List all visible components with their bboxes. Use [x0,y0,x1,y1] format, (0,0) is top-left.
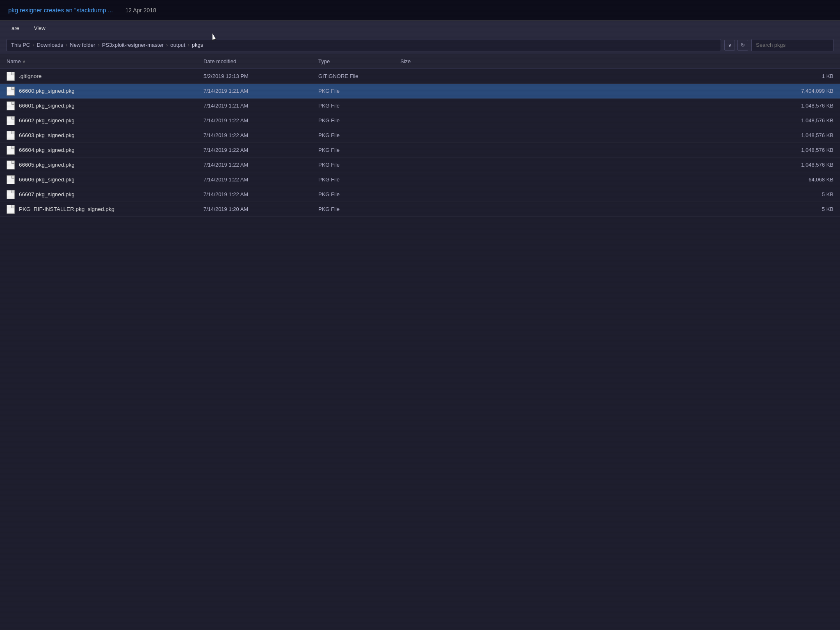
file-size: 1,048,576 KB [400,162,833,168]
column-header-name[interactable]: Name ∧ [7,58,203,64]
file-size: 1,048,576 KB [400,117,833,124]
breadcrumb-sep-2: › [66,42,67,48]
file-name: 66603.pkg_signed.pkg [19,132,199,138]
file-type: PKG File [318,147,400,153]
table-row[interactable]: .gitignore 5/2/2019 12:13 PM GITIGNORE F… [0,69,840,84]
notification-bar: pkg resigner creates an "stackdump ... 1… [0,0,840,21]
file-name: 66606.pkg_signed.pkg [19,176,199,183]
file-date: 7/14/2019 1:22 AM [203,176,318,183]
dropdown-button[interactable]: ∨ [724,40,735,50]
file-type: GITIGNORE File [318,73,400,79]
table-row[interactable]: PKG_RIF-INSTALLER.pkg_signed.pkg 7/14/20… [0,202,840,217]
file-name: 66604.pkg_signed.pkg [19,147,199,153]
menu-item-are[interactable]: are [8,23,23,33]
file-date: 7/14/2019 1:21 AM [203,103,318,109]
file-type: PKG File [318,117,400,124]
file-date: 5/2/2019 12:13 PM [203,73,318,79]
menu-bar: are View [0,21,840,36]
table-row[interactable]: 66602.pkg_signed.pkg 7/14/2019 1:22 AM P… [0,113,840,128]
file-size: 5 KB [400,191,833,197]
notification-date: 12 Apr 2018 [125,7,156,14]
file-date: 7/14/2019 1:21 AM [203,88,318,94]
column-header-type[interactable]: Type [318,58,400,64]
file-icon [7,146,15,155]
breadcrumb-sep-3: › [98,42,99,48]
file-icon [7,87,15,96]
breadcrumb-sep-1: › [32,42,34,48]
breadcrumb-sep-5: › [188,42,189,48]
table-row[interactable]: 66600.pkg_signed.pkg 7/14/2019 1:21 AM P… [0,84,840,99]
breadcrumb-new-folder[interactable]: New folder [70,42,95,48]
file-icon [7,190,15,199]
column-header-size[interactable]: Size [400,58,833,64]
table-row[interactable]: 66601.pkg_signed.pkg 7/14/2019 1:21 AM P… [0,99,840,113]
file-type: PKG File [318,132,400,138]
file-name: 66602.pkg_signed.pkg [19,117,199,124]
file-type: PKG File [318,191,400,197]
file-name: 66605.pkg_signed.pkg [19,162,199,168]
table-row[interactable]: 66605.pkg_signed.pkg 7/14/2019 1:22 AM P… [0,158,840,172]
breadcrumb-ps3xploit[interactable]: PS3xploit-resigner-master [102,42,164,48]
breadcrumb-pkgs: pkgs [192,42,203,48]
breadcrumb-this-pc[interactable]: This PC [11,42,30,48]
file-type: PKG File [318,176,400,183]
file-icon [7,131,15,140]
file-date: 7/14/2019 1:20 AM [203,206,318,212]
file-size: 1 KB [400,73,833,79]
file-icon [7,160,15,170]
table-row[interactable]: 66607.pkg_signed.pkg 7/14/2019 1:22 AM P… [0,187,840,202]
table-row[interactable]: 66604.pkg_signed.pkg 7/14/2019 1:22 AM P… [0,143,840,158]
search-input[interactable] [751,39,833,51]
file-size: 1,048,576 KB [400,132,833,138]
file-name: 66600.pkg_signed.pkg [19,88,199,94]
file-name: 66607.pkg_signed.pkg [19,191,199,197]
file-size: 5 KB [400,206,833,212]
address-controls: ∨ ↻ [724,40,748,50]
breadcrumb-downloads[interactable]: Downloads [37,42,63,48]
file-name: .gitignore [19,73,199,79]
file-size: 1,048,576 KB [400,103,833,109]
column-headers: Name ∧ Date modified Type Size [0,54,840,69]
file-type: PKG File [318,206,400,212]
file-icon [7,72,15,81]
file-name: PKG_RIF-INSTALLER.pkg_signed.pkg [19,206,199,212]
breadcrumb: This PC › Downloads › New folder › PS3xp… [7,39,721,51]
sort-arrow-name: ∧ [23,59,25,64]
file-size: 1,048,576 KB [400,147,833,153]
column-header-date[interactable]: Date modified [203,58,318,64]
address-bar: This PC › Downloads › New folder › PS3xp… [0,36,840,54]
file-name: 66601.pkg_signed.pkg [19,103,199,109]
file-size: 64,068 KB [400,176,833,183]
file-type: PKG File [318,103,400,109]
file-icon [7,205,15,214]
table-row[interactable]: 66606.pkg_signed.pkg 7/14/2019 1:22 AM P… [0,172,840,187]
menu-item-view[interactable]: View [31,23,49,33]
file-explorer: Name ∧ Date modified Type Size .gitignor… [0,54,840,630]
file-type: PKG File [318,88,400,94]
file-date: 7/14/2019 1:22 AM [203,147,318,153]
file-date: 7/14/2019 1:22 AM [203,132,318,138]
breadcrumb-output[interactable]: output [170,42,185,48]
file-icon [7,116,15,125]
file-icon [7,101,15,110]
file-type: PKG File [318,162,400,168]
table-row[interactable]: 66603.pkg_signed.pkg 7/14/2019 1:22 AM P… [0,128,840,143]
file-list: .gitignore 5/2/2019 12:13 PM GITIGNORE F… [0,69,840,630]
refresh-button[interactable]: ↻ [737,40,748,50]
file-date: 7/14/2019 1:22 AM [203,191,318,197]
file-size: 7,404,099 KB [400,88,833,94]
file-icon [7,175,15,184]
notification-link[interactable]: pkg resigner creates an "stackdump ... [8,7,113,14]
file-date: 7/14/2019 1:22 AM [203,117,318,124]
file-date: 7/14/2019 1:22 AM [203,162,318,168]
breadcrumb-sep-4: › [166,42,168,48]
